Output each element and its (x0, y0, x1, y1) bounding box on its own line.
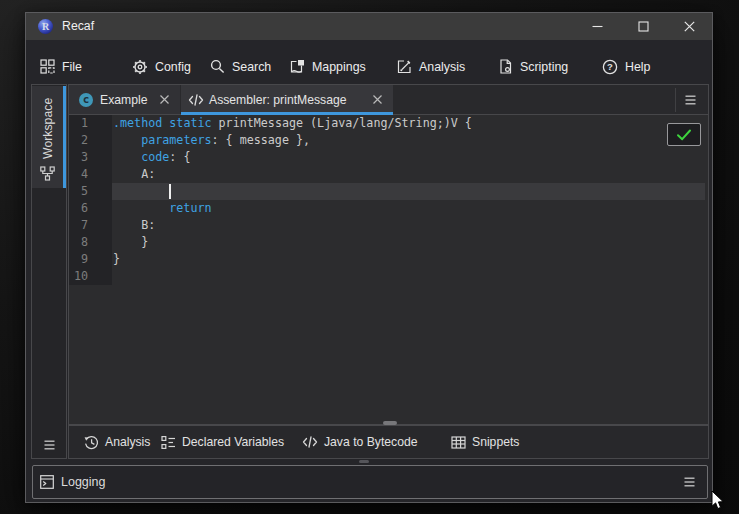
menu-search[interactable]: Search (209, 57, 271, 76)
sidebar-menu-button[interactable] (41, 437, 57, 453)
editor-pane: c Example Assembler: printMessage (68, 84, 709, 459)
menu-analysis[interactable]: Analysis (396, 57, 465, 76)
keyword-token: parameters (141, 133, 211, 147)
class-icon: c (79, 93, 93, 107)
code-line-1: .method static printMessage (Ljava/lang/… (113, 115, 472, 132)
menu-help[interactable]: ?Help (602, 57, 650, 76)
help-icon: ? (602, 59, 618, 75)
hamburger-icon (684, 473, 695, 491)
tab-label: Example (100, 93, 147, 107)
window-title: Recaf (62, 13, 94, 40)
console-icon (40, 475, 54, 489)
menu-label: File (62, 60, 82, 74)
toolbar-analysis[interactable]: Analysis (83, 426, 150, 458)
hamburger-icon (685, 91, 696, 109)
tab-close-icon[interactable] (371, 93, 384, 106)
text-token (113, 201, 169, 215)
tab-bar: c Example Assembler: printMessage (69, 85, 708, 115)
text-token: printMessage (Ljava/lang/String;)V { (212, 116, 472, 130)
logging-menu-button[interactable] (681, 474, 697, 490)
text-token: } (113, 252, 120, 266)
line-number: 4 (69, 166, 112, 183)
workspace-tab-accent (63, 86, 66, 188)
table-icon (450, 434, 466, 450)
code-line-9: } (113, 251, 120, 268)
grid-icon (39, 59, 55, 75)
toolbar-label: Declared Variables (182, 435, 284, 449)
assembler-editor[interactable]: .method static printMessage (Ljava/lang/… (69, 115, 708, 424)
gear-icon (132, 59, 148, 75)
toolbar-declared-variables[interactable]: Declared Variables (160, 426, 284, 458)
logging-panel[interactable]: Logging (32, 465, 708, 499)
menu-file[interactable]: File (39, 57, 82, 76)
assemble-status-button[interactable] (667, 123, 701, 146)
code-line-7: B: (113, 217, 155, 234)
assembler-toolbar: AnalysisDeclared VariablesJava to Byteco… (69, 426, 708, 458)
keyword-token: static (169, 116, 211, 130)
toolbar-snippets[interactable]: Snippets (450, 426, 519, 458)
book-icon (289, 59, 305, 75)
text-caret (169, 184, 171, 199)
line-number: 10 (69, 268, 112, 285)
line-number: 1 (69, 115, 112, 132)
text-token: } (113, 235, 148, 249)
pen-doc-icon (396, 59, 412, 75)
menu-mappings[interactable]: Mappings (289, 57, 366, 76)
text-token (113, 133, 141, 147)
menu-bar: FileConfigSearchMappingsAnalysisScriptin… (26, 40, 712, 84)
search-icon (209, 59, 225, 75)
workspace-tab-label: Workspace (41, 98, 55, 159)
keyword-token: .method (113, 116, 162, 130)
minimize-button[interactable] (574, 13, 620, 40)
toolbar-java-to-bytecode[interactable]: Java to Bytecode (302, 426, 418, 458)
tab-assembler[interactable]: Assembler: printMessage (181, 85, 393, 114)
workspace-tab-content[interactable]: Workspace (32, 85, 63, 187)
line-number: 7 (69, 217, 112, 234)
script-icon (497, 59, 513, 75)
text-token (113, 150, 141, 164)
mouse-cursor (711, 490, 725, 511)
hamburger-icon (44, 436, 55, 454)
logging-split-grabber[interactable] (359, 460, 369, 463)
close-button[interactable] (666, 13, 712, 40)
code-icon (302, 434, 318, 450)
line-number: 3 (69, 149, 112, 166)
editor-split-grabber[interactable] (383, 421, 397, 425)
toolbar-label: Snippets (472, 435, 519, 449)
tab-label: Assembler: printMessage (209, 93, 347, 107)
app-logo-icon: R (38, 19, 53, 34)
menu-label: Help (625, 60, 650, 74)
current-line-highlight (112, 183, 705, 200)
menu-label: Analysis (419, 60, 465, 74)
line-number: 2 (69, 132, 112, 149)
svg-text:?: ? (607, 61, 613, 72)
title-bar[interactable]: R Recaf (26, 13, 712, 40)
text-token: B: (113, 218, 155, 232)
keyword-token: return (169, 201, 211, 215)
tab-close-icon[interactable] (158, 93, 171, 106)
minimize-icon (592, 21, 603, 32)
close-icon (684, 21, 695, 32)
menu-label: Scripting (520, 60, 568, 74)
toolbar-label: Analysis (105, 435, 150, 449)
menu-scripting[interactable]: Scripting (497, 57, 568, 76)
menu-config[interactable]: Config (132, 57, 191, 76)
code-line-4: A: (113, 166, 155, 183)
text-token: : { message }, (212, 133, 311, 147)
code-line-3: code: { (113, 149, 190, 166)
var-list-icon (160, 434, 176, 450)
check-icon (675, 128, 693, 142)
menu-label: Mappings (312, 60, 366, 74)
text-token: A: (113, 167, 155, 181)
toolbar-label: Java to Bytecode (324, 435, 418, 449)
tab-example[interactable]: c Example (69, 85, 180, 114)
tabbar-menu-button[interactable] (682, 92, 698, 108)
menu-label: Config (155, 60, 191, 74)
keyword-token: code (141, 150, 169, 164)
code-line-2: parameters: { message }, (113, 132, 310, 149)
line-number: 8 (69, 234, 112, 251)
menu-label: Search (232, 60, 271, 74)
maximize-button[interactable] (620, 13, 666, 40)
line-number: 5 (69, 183, 112, 200)
code-icon (188, 93, 204, 107)
